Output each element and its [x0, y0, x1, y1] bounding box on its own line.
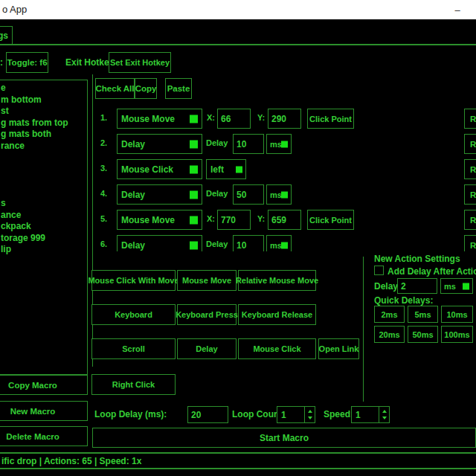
add-open-link-button[interactable]: Open Link: [318, 338, 359, 359]
list-item[interactable]: [1, 187, 87, 199]
action-type-value: Mouse Click: [121, 164, 173, 175]
list-item[interactable]: rance: [1, 141, 87, 152]
spinner-up-icon[interactable]: [308, 410, 312, 413]
quick-delay-5ms-button[interactable]: 5ms: [408, 306, 438, 323]
new-action-settings-title: New Action Settings: [374, 254, 460, 264]
dropdown-indicator-icon: [281, 191, 288, 198]
click-point-button[interactable]: Click Point: [307, 210, 354, 230]
list-item[interactable]: e: [1, 83, 87, 94]
toggle-hotkey-button[interactable]: Toggle: f6: [6, 52, 48, 73]
action-type-dropdown[interactable]: Delay: [117, 134, 202, 154]
quick-delay-2ms-button[interactable]: 2ms: [374, 306, 405, 323]
action-index: 6.: [100, 239, 107, 248]
list-item[interactable]: ance: [1, 210, 87, 222]
quick-delay-100ms-button[interactable]: 100ms: [441, 326, 473, 343]
remove-button[interactable]: R: [464, 235, 476, 251]
list-item[interactable]: [1, 175, 87, 187]
add-mouse-click-with-move-button[interactable]: Mouse Click With Move: [91, 270, 176, 291]
list-item[interactable]: m bottom: [1, 94, 87, 106]
paste-button[interactable]: Paste: [165, 78, 192, 99]
settings-unit-value: ms: [444, 282, 456, 291]
action-type-dropdown[interactable]: Delay: [117, 184, 202, 205]
loop-delay-input[interactable]: [187, 406, 228, 423]
dropdown-indicator-icon: [190, 165, 198, 173]
list-item[interactable]: st: [1, 106, 87, 118]
add-keyboard-release-button[interactable]: Keyboard Release: [238, 304, 316, 325]
unit-value: ms: [270, 140, 282, 149]
remove-button[interactable]: R: [464, 159, 476, 179]
list-item[interactable]: s: [1, 198, 87, 210]
dropdown-indicator-icon: [190, 115, 198, 123]
action-index: 5.: [100, 214, 107, 223]
add-relative-mouse-move-button[interactable]: Relative Mouse Move: [238, 270, 316, 291]
unit-dropdown[interactable]: ms: [266, 134, 292, 154]
delay-label: Delay: [206, 138, 228, 147]
minimize-button[interactable]: –: [445, 0, 470, 19]
unit-dropdown[interactable]: ms: [266, 184, 292, 205]
action-type-dropdown[interactable]: Delay: [117, 235, 202, 251]
delay-input[interactable]: [233, 184, 264, 205]
action-type-dropdown[interactable]: Mouse Move: [117, 210, 202, 230]
remove-button[interactable]: R: [464, 210, 476, 230]
dropdown-indicator-icon: [463, 283, 469, 289]
list-item[interactable]: torage 999: [1, 233, 87, 245]
quick-delay-20ms-button[interactable]: 20ms: [374, 326, 405, 343]
mouse-button-dropdown[interactable]: left: [206, 159, 246, 179]
add-right-click-button[interactable]: Right Click: [91, 374, 176, 395]
click-point-button[interactable]: Click Point: [307, 109, 354, 129]
list-item[interactable]: [1, 152, 87, 164]
action-type-dropdown[interactable]: Mouse Move: [117, 109, 202, 129]
loop-count-spinner[interactable]: 1: [277, 406, 315, 423]
copy-button[interactable]: Copy: [135, 78, 157, 99]
tab-settings[interactable]: gs: [0, 26, 13, 45]
check-all-button[interactable]: Check All: [95, 78, 135, 99]
action-list-panel: Check All Copy Paste 1. Mouse Move X: Y:…: [92, 74, 476, 251]
delete-macro-button[interactable]: Delete Macro: [0, 426, 88, 446]
list-item[interactable]: [1, 164, 87, 176]
copy-macro-button[interactable]: Copy Macro: [0, 375, 88, 395]
settings-unit-dropdown[interactable]: ms: [440, 278, 473, 294]
action-type-value: Mouse Move: [121, 114, 175, 124]
y-input[interactable]: [268, 109, 301, 129]
add-keyboard-button[interactable]: Keyboard: [91, 304, 176, 325]
spinner-down-icon[interactable]: [382, 416, 387, 419]
y-label: Y:: [257, 214, 265, 223]
title-bar: o App –: [0, 0, 476, 19]
list-item[interactable]: g mats from top: [1, 118, 87, 129]
spinner-up-icon[interactable]: [382, 410, 387, 413]
settings-delay-input[interactable]: [397, 278, 437, 294]
action-type-value: Delay: [121, 139, 145, 149]
spinner-down-icon[interactable]: [308, 416, 312, 419]
add-mouse-click-button[interactable]: Mouse Click: [238, 338, 316, 359]
quick-delay-10ms-button[interactable]: 10ms: [441, 306, 473, 323]
start-macro-button[interactable]: Start Macro: [92, 428, 476, 448]
window-title: o App: [2, 4, 27, 15]
action-index: 1.: [100, 113, 107, 122]
add-mouse-move-button[interactable]: Mouse Move: [177, 270, 237, 291]
quick-delay-50ms-button[interactable]: 50ms: [408, 326, 438, 343]
add-delay-button[interactable]: Delay: [177, 338, 237, 359]
y-input[interactable]: [268, 210, 301, 230]
x-label: X:: [207, 113, 215, 122]
remove-button[interactable]: R: [464, 109, 476, 129]
remove-button[interactable]: R: [464, 134, 476, 154]
unit-value: ms: [270, 190, 282, 199]
remove-button[interactable]: R: [464, 184, 476, 205]
list-item[interactable]: g mats both: [1, 129, 87, 141]
list-item[interactable]: lip: [1, 244, 87, 256]
x-input[interactable]: [217, 109, 251, 129]
unit-dropdown[interactable]: ms: [266, 235, 292, 251]
add-delay-checkbox[interactable]: [374, 266, 384, 275]
add-keyboard-press-button[interactable]: Keyboard Press: [177, 304, 237, 325]
set-exit-hotkey-button[interactable]: Set Exit Hotkey: [109, 52, 171, 73]
action-type-value: Delay: [121, 190, 145, 200]
speed-spinner[interactable]: 1: [351, 406, 390, 423]
delay-input[interactable]: [233, 235, 264, 251]
delay-input[interactable]: [233, 134, 264, 154]
list-item[interactable]: ckpack: [1, 221, 87, 233]
add-scroll-button[interactable]: Scroll: [91, 338, 176, 359]
x-input[interactable]: [217, 210, 251, 230]
new-macro-button[interactable]: New Macro: [0, 401, 88, 421]
delay-label: Delay: [206, 239, 228, 248]
action-type-dropdown[interactable]: Mouse Click: [117, 159, 202, 179]
